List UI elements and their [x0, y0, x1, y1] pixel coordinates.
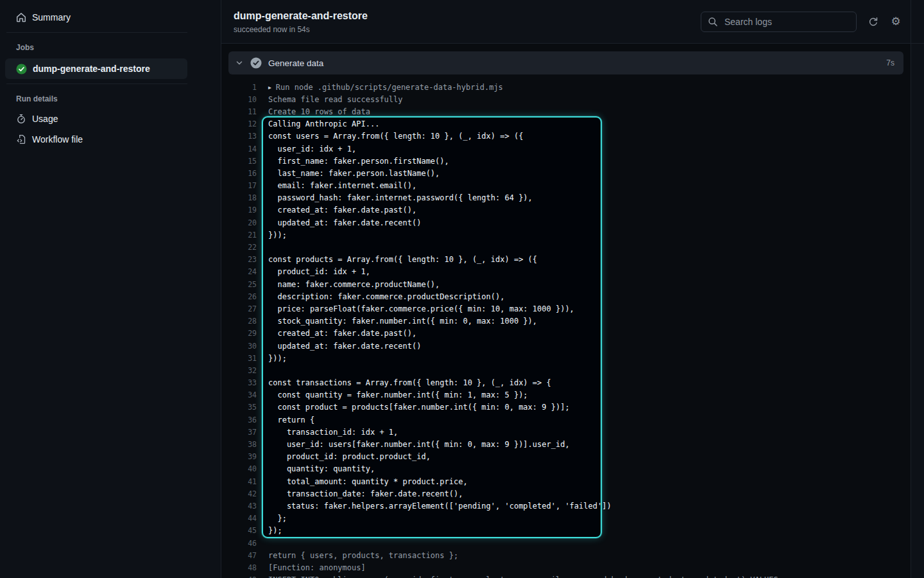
log-row: 35 const product = products[faker.number…	[228, 401, 903, 414]
line-number: 38	[228, 440, 257, 449]
line-number: 44	[228, 514, 257, 523]
stopwatch-icon	[16, 114, 26, 124]
collapse-triangle-icon: ▶	[268, 85, 271, 91]
line-number: 17	[228, 181, 257, 190]
line-number: 47	[228, 551, 257, 560]
log-row: 27 price: parseFloat(faker.commerce.pric…	[228, 302, 903, 315]
line-text: ▶Run node .github/scripts/generate-data-…	[268, 83, 503, 92]
log-row: 48[Function: anonymous]	[228, 561, 903, 574]
line-text: transaction_date: faker.date.recent(),	[268, 489, 463, 498]
log-row: 12Calling Anthropic API...	[228, 118, 903, 130]
line-text: product_id: product.product_id,	[268, 452, 431, 461]
log-row: 21}));	[228, 229, 903, 241]
search-logs-input[interactable]	[723, 16, 850, 28]
log-row: 11Create 10 rows of data	[228, 105, 903, 118]
line-text: created_at: faker.date.past(),	[268, 206, 416, 215]
line-text: return {	[268, 416, 314, 425]
log-row[interactable]: 1▶Run node .github/scripts/generate-data…	[228, 81, 903, 93]
line-text: Schema file read successfully	[268, 95, 403, 104]
log-row: 10Schema file read successfully	[228, 93, 903, 105]
success-check-circle-icon	[16, 64, 27, 74]
line-number: 11	[228, 107, 257, 116]
line-number: 15	[228, 157, 257, 166]
log-row: 37 transaction_id: idx + 1,	[228, 426, 903, 438]
file-code-icon	[16, 134, 26, 144]
line-number: 30	[228, 342, 257, 351]
line-text: last_name: faker.person.lastName(),	[268, 169, 440, 178]
log-row: 34 const quantity = faker.number.int({ m…	[228, 389, 903, 401]
log-row: 38 user_id: users[faker.number.int({ min…	[228, 438, 903, 450]
line-number: 1	[228, 83, 257, 92]
log-row: 41 total_amount: quantity * product.pric…	[228, 475, 903, 487]
sidebar-job-dump-generate-and-restore[interactable]: dump-generate-and-restore	[5, 58, 187, 79]
log-row: 14 user_id: idx + 1,	[228, 143, 903, 155]
line-text: [Function: anonymous]	[268, 563, 366, 572]
sync-icon	[868, 17, 878, 27]
line-number: 22	[228, 243, 257, 252]
log-row: 24 product_id: idx + 1,	[228, 266, 903, 278]
step-status-check-icon	[250, 57, 262, 69]
line-number: 43	[228, 502, 257, 511]
refresh-logs-button[interactable]	[868, 16, 879, 28]
sidebar-item-workflow-file[interactable]: Workflow file	[0, 129, 187, 150]
line-number: 48	[228, 563, 257, 572]
job-header: dump-generate-and-restore succeeded now …	[221, 0, 911, 44]
line-text: });	[268, 526, 282, 535]
line-number: 23	[228, 255, 257, 264]
line-text: price: parseFloat(faker.commerce.price({…	[268, 304, 574, 313]
log-row: 19 created_at: faker.date.past(),	[228, 204, 903, 216]
log-row: 16 last_name: faker.person.lastName(),	[228, 167, 903, 179]
sidebar-item-usage[interactable]: Usage	[0, 109, 187, 129]
line-text: const transactions = Array.from({ length…	[268, 378, 551, 387]
line-text: }));	[268, 354, 287, 363]
chevron-down-icon	[235, 58, 244, 67]
line-number: 25	[228, 280, 257, 289]
sidebar: Summary Jobs dump-generate-and-restore R…	[0, 0, 221, 578]
sidebar-item-label: Usage	[32, 114, 58, 124]
line-text: updated_at: faker.date.recent()	[268, 218, 421, 227]
log-body: 1▶Run node .github/scripts/generate-data…	[228, 81, 903, 578]
line-number: 19	[228, 206, 257, 215]
line-text: updated_at: faker.date.recent()	[268, 342, 421, 351]
line-text: email: faker.internet.email(),	[268, 181, 416, 190]
home-icon	[16, 12, 26, 22]
step-header-generate-data[interactable]: Generate data 7s	[228, 51, 903, 74]
log-row: 15 first_name: faker.person.firstName(),	[228, 155, 903, 167]
gear-icon: ⚙	[891, 16, 900, 27]
line-number: 20	[228, 218, 257, 227]
line-number: 45	[228, 526, 257, 535]
log-settings-button[interactable]: ⚙	[890, 16, 902, 28]
line-number: 10	[228, 95, 257, 104]
log-row: 26 description: faker.commerce.productDe…	[228, 290, 903, 302]
line-text: description: faker.commerce.productDescr…	[268, 292, 504, 301]
line-text: total_amount: quantity * product.price,	[268, 477, 468, 486]
line-number: 21	[228, 231, 257, 240]
sidebar-item-summary[interactable]: Summary	[0, 7, 187, 28]
line-text: const products = Array.from({ length: 10…	[268, 255, 537, 264]
line-number: 32	[228, 366, 257, 375]
line-text: INSERT INTO public.users (user_id, first…	[268, 575, 778, 578]
line-text: first_name: faker.person.firstName(),	[268, 157, 449, 166]
line-text: const users = Array.from({ length: 10 },…	[268, 132, 523, 141]
line-number: 35	[228, 403, 257, 412]
line-number: 13	[228, 132, 257, 141]
sidebar-item-label: Workflow file	[32, 134, 83, 144]
line-number: 33	[228, 378, 257, 387]
jobs-section-label: Jobs	[0, 37, 221, 57]
step-name: Generate data	[268, 58, 323, 68]
line-text: created_at: faker.date.past(),	[268, 329, 416, 338]
line-text: }));	[268, 231, 287, 240]
line-number: 16	[228, 169, 257, 178]
log-scrollbar-gutter[interactable]	[911, 0, 924, 578]
main-panel: dump-generate-and-restore succeeded now …	[221, 0, 924, 578]
step-duration: 7s	[886, 58, 894, 67]
log-row: 40 quantity: quantity,	[228, 463, 903, 475]
run-details-section-label: Run details	[0, 89, 221, 109]
search-logs-box[interactable]	[701, 12, 857, 32]
line-number: 40	[228, 464, 257, 473]
log-lines: 1▶Run node .github/scripts/generate-data…	[228, 81, 903, 578]
page-title: dump-generate-and-restore	[234, 10, 368, 22]
log-row: 33const transactions = Array.from({ leng…	[228, 377, 903, 389]
log-row: 25 name: faker.commerce.productName(),	[228, 278, 903, 290]
log-row: 32	[228, 364, 903, 376]
